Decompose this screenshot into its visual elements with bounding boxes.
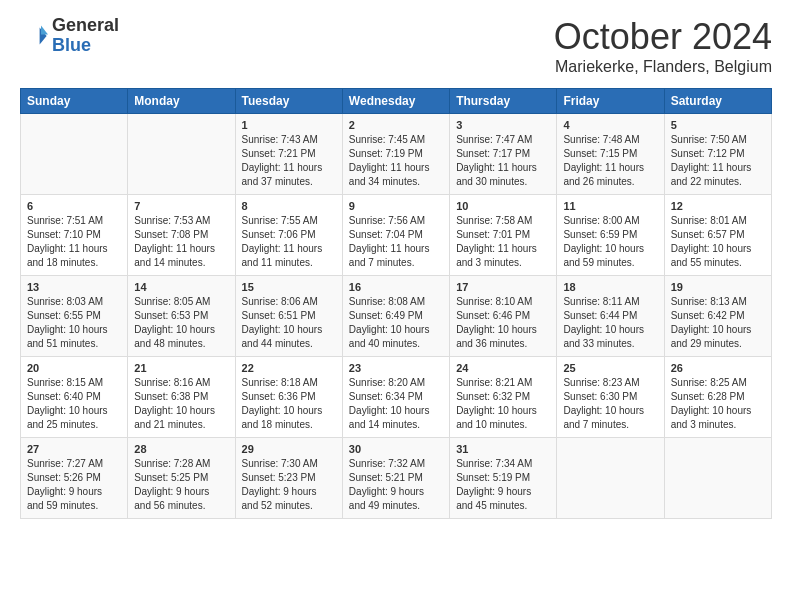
col-thursday: Thursday [450,89,557,114]
col-tuesday: Tuesday [235,89,342,114]
calendar-table: Sunday Monday Tuesday Wednesday Thursday… [20,88,772,519]
day-info: Sunrise: 7:48 AM Sunset: 7:15 PM Dayligh… [563,133,657,189]
day-number: 1 [242,119,336,131]
title-area: October 2024 Mariekerke, Flanders, Belgi… [554,16,772,76]
calendar-cell: 2Sunrise: 7:45 AM Sunset: 7:19 PM Daylig… [342,114,449,195]
calendar-cell: 26Sunrise: 8:25 AM Sunset: 6:28 PM Dayli… [664,357,771,438]
day-info: Sunrise: 7:30 AM Sunset: 5:23 PM Dayligh… [242,457,336,513]
calendar-cell: 12Sunrise: 8:01 AM Sunset: 6:57 PM Dayli… [664,195,771,276]
day-info: Sunrise: 7:27 AM Sunset: 5:26 PM Dayligh… [27,457,121,513]
calendar-cell: 7Sunrise: 7:53 AM Sunset: 7:08 PM Daylig… [128,195,235,276]
calendar-cell: 25Sunrise: 8:23 AM Sunset: 6:30 PM Dayli… [557,357,664,438]
day-number: 11 [563,200,657,212]
day-number: 29 [242,443,336,455]
day-info: Sunrise: 8:05 AM Sunset: 6:53 PM Dayligh… [134,295,228,351]
day-number: 13 [27,281,121,293]
calendar-cell: 13Sunrise: 8:03 AM Sunset: 6:55 PM Dayli… [21,276,128,357]
calendar-cell [557,438,664,519]
logo-text: General Blue [52,16,119,56]
day-number: 7 [134,200,228,212]
day-info: Sunrise: 7:58 AM Sunset: 7:01 PM Dayligh… [456,214,550,270]
calendar-week-row: 27Sunrise: 7:27 AM Sunset: 5:26 PM Dayli… [21,438,772,519]
calendar-week-row: 13Sunrise: 8:03 AM Sunset: 6:55 PM Dayli… [21,276,772,357]
calendar-cell: 10Sunrise: 7:58 AM Sunset: 7:01 PM Dayli… [450,195,557,276]
day-info: Sunrise: 8:01 AM Sunset: 6:57 PM Dayligh… [671,214,765,270]
day-number: 12 [671,200,765,212]
header: General Blue October 2024 Mariekerke, Fl… [20,16,772,76]
day-number: 22 [242,362,336,374]
col-friday: Friday [557,89,664,114]
day-info: Sunrise: 8:23 AM Sunset: 6:30 PM Dayligh… [563,376,657,432]
calendar-cell [128,114,235,195]
calendar-cell: 4Sunrise: 7:48 AM Sunset: 7:15 PM Daylig… [557,114,664,195]
day-info: Sunrise: 8:10 AM Sunset: 6:46 PM Dayligh… [456,295,550,351]
calendar-cell: 15Sunrise: 8:06 AM Sunset: 6:51 PM Dayli… [235,276,342,357]
calendar-cell: 29Sunrise: 7:30 AM Sunset: 5:23 PM Dayli… [235,438,342,519]
day-info: Sunrise: 8:21 AM Sunset: 6:32 PM Dayligh… [456,376,550,432]
day-number: 6 [27,200,121,212]
calendar-cell: 19Sunrise: 8:13 AM Sunset: 6:42 PM Dayli… [664,276,771,357]
calendar-cell: 11Sunrise: 8:00 AM Sunset: 6:59 PM Dayli… [557,195,664,276]
calendar-week-row: 20Sunrise: 8:15 AM Sunset: 6:40 PM Dayli… [21,357,772,438]
logo-icon [20,22,48,50]
calendar-cell: 27Sunrise: 7:27 AM Sunset: 5:26 PM Dayli… [21,438,128,519]
day-number: 26 [671,362,765,374]
calendar-cell [21,114,128,195]
logo-general: General [52,16,119,36]
day-info: Sunrise: 8:16 AM Sunset: 6:38 PM Dayligh… [134,376,228,432]
day-info: Sunrise: 8:11 AM Sunset: 6:44 PM Dayligh… [563,295,657,351]
day-number: 31 [456,443,550,455]
day-number: 23 [349,362,443,374]
day-number: 8 [242,200,336,212]
calendar-cell: 9Sunrise: 7:56 AM Sunset: 7:04 PM Daylig… [342,195,449,276]
day-info: Sunrise: 7:45 AM Sunset: 7:19 PM Dayligh… [349,133,443,189]
month-title: October 2024 [554,16,772,58]
day-number: 30 [349,443,443,455]
day-number: 5 [671,119,765,131]
calendar-cell: 31Sunrise: 7:34 AM Sunset: 5:19 PM Dayli… [450,438,557,519]
col-saturday: Saturday [664,89,771,114]
day-number: 27 [27,443,121,455]
calendar-cell: 23Sunrise: 8:20 AM Sunset: 6:34 PM Dayli… [342,357,449,438]
col-monday: Monday [128,89,235,114]
day-number: 20 [27,362,121,374]
calendar-week-row: 6Sunrise: 7:51 AM Sunset: 7:10 PM Daylig… [21,195,772,276]
calendar-cell: 30Sunrise: 7:32 AM Sunset: 5:21 PM Dayli… [342,438,449,519]
day-number: 28 [134,443,228,455]
day-number: 14 [134,281,228,293]
day-number: 2 [349,119,443,131]
calendar-cell: 8Sunrise: 7:55 AM Sunset: 7:06 PM Daylig… [235,195,342,276]
day-info: Sunrise: 8:08 AM Sunset: 6:49 PM Dayligh… [349,295,443,351]
logo: General Blue [20,16,119,56]
day-number: 25 [563,362,657,374]
location: Mariekerke, Flanders, Belgium [554,58,772,76]
calendar-cell: 16Sunrise: 8:08 AM Sunset: 6:49 PM Dayli… [342,276,449,357]
day-info: Sunrise: 7:47 AM Sunset: 7:17 PM Dayligh… [456,133,550,189]
calendar-header-row: Sunday Monday Tuesday Wednesday Thursday… [21,89,772,114]
day-number: 17 [456,281,550,293]
calendar-cell: 3Sunrise: 7:47 AM Sunset: 7:17 PM Daylig… [450,114,557,195]
day-number: 19 [671,281,765,293]
main-container: General Blue October 2024 Mariekerke, Fl… [0,0,792,529]
calendar-cell: 1Sunrise: 7:43 AM Sunset: 7:21 PM Daylig… [235,114,342,195]
day-number: 9 [349,200,443,212]
svg-marker-1 [41,25,48,34]
day-info: Sunrise: 7:43 AM Sunset: 7:21 PM Dayligh… [242,133,336,189]
day-number: 10 [456,200,550,212]
col-sunday: Sunday [21,89,128,114]
day-number: 21 [134,362,228,374]
day-info: Sunrise: 7:34 AM Sunset: 5:19 PM Dayligh… [456,457,550,513]
calendar-cell: 6Sunrise: 7:51 AM Sunset: 7:10 PM Daylig… [21,195,128,276]
day-number: 4 [563,119,657,131]
day-info: Sunrise: 8:25 AM Sunset: 6:28 PM Dayligh… [671,376,765,432]
calendar-cell: 22Sunrise: 8:18 AM Sunset: 6:36 PM Dayli… [235,357,342,438]
calendar-cell: 24Sunrise: 8:21 AM Sunset: 6:32 PM Dayli… [450,357,557,438]
day-info: Sunrise: 7:53 AM Sunset: 7:08 PM Dayligh… [134,214,228,270]
calendar-cell: 28Sunrise: 7:28 AM Sunset: 5:25 PM Dayli… [128,438,235,519]
day-info: Sunrise: 8:00 AM Sunset: 6:59 PM Dayligh… [563,214,657,270]
calendar-week-row: 1Sunrise: 7:43 AM Sunset: 7:21 PM Daylig… [21,114,772,195]
calendar-cell: 5Sunrise: 7:50 AM Sunset: 7:12 PM Daylig… [664,114,771,195]
day-info: Sunrise: 7:28 AM Sunset: 5:25 PM Dayligh… [134,457,228,513]
day-info: Sunrise: 7:50 AM Sunset: 7:12 PM Dayligh… [671,133,765,189]
calendar-cell: 21Sunrise: 8:16 AM Sunset: 6:38 PM Dayli… [128,357,235,438]
